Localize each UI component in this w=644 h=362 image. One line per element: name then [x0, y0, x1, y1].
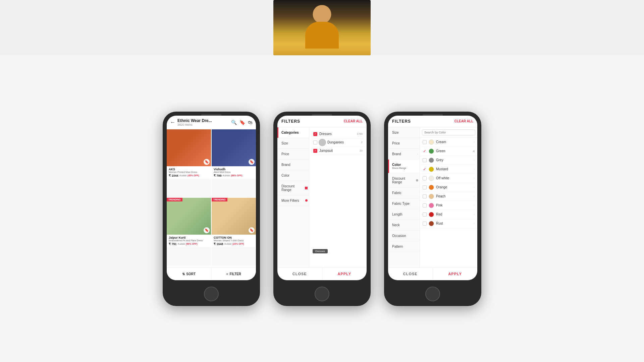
- apply-button-3[interactable]: APPLY: [433, 268, 478, 280]
- close-button-2[interactable]: CLOSE: [277, 268, 322, 280]
- product-card-1[interactable]: 🔖 AKS Women Printed Maxi Dress ₹ 1044 ₹ …: [167, 129, 211, 197]
- filter-button[interactable]: ≡ FILTER: [211, 268, 256, 280]
- checkbox-offwhite[interactable]: [423, 176, 427, 180]
- color-name-orange: Orange: [436, 185, 447, 189]
- desc-2: Aline Midi Dress: [214, 171, 254, 173]
- header-icons: 🔍 🔖 🛍: [231, 120, 253, 125]
- wishlist-btn-1[interactable]: 🔖: [204, 159, 210, 165]
- sort-label: SORT: [186, 272, 196, 276]
- color-option-offwhite[interactable]: Off white ›: [420, 174, 477, 183]
- color-option-mustard[interactable]: ✓ Mustard ›: [420, 165, 477, 174]
- color-search-input[interactable]: [422, 129, 475, 135]
- product-card-2[interactable]: 🔖 Vishudh Aline Midi Dress ₹ 799 ₹ 2499 …: [212, 129, 256, 197]
- count-green: 4: [473, 149, 475, 153]
- close-button-3[interactable]: CLOSE: [388, 268, 433, 280]
- back-button[interactable]: ←: [170, 119, 175, 125]
- webcam-feed: [273, 0, 371, 55]
- search-icon[interactable]: 🔍: [231, 120, 237, 125]
- sidebar-item-more-filters[interactable]: More Filters: [277, 195, 309, 206]
- filter-body-2: Categories Size Price Brand Color Discou…: [277, 127, 367, 267]
- checkbox-jumpsuit[interactable]: ✓: [313, 149, 317, 153]
- checkbox-mustard[interactable]: ✓: [423, 167, 427, 171]
- color-option-left-peach: Peach: [423, 194, 445, 199]
- checkbox-pink[interactable]: [423, 203, 427, 207]
- product-card-3[interactable]: TRENDING 🔖 Jaipur Kurti Embroidered Fit …: [167, 198, 211, 265]
- phone-2-screen: FILTERS CLEAR ALL Categories Size Price …: [277, 116, 367, 280]
- sidebar-item-brand[interactable]: Brand: [277, 160, 309, 170]
- filter-label: FILTER: [230, 272, 241, 276]
- wishlist-btn-2[interactable]: 🔖: [249, 159, 255, 165]
- sidebar-item-occasion-3[interactable]: Occasion: [388, 231, 420, 241]
- sidebar-item-discount[interactable]: Discount Range: [277, 181, 309, 195]
- listing-header: ← Ethnic Wear Dre... 3820 Items 🔍 🔖 🛍: [167, 116, 256, 129]
- cart-icon[interactable]: 🛍: [248, 120, 253, 125]
- sidebar-item-price-3[interactable]: Price: [388, 138, 420, 149]
- checkbox-rust[interactable]: [423, 222, 427, 226]
- filter-option-left-dresses: ✓ Dresses: [313, 132, 332, 136]
- product-info-3: Jaipur Kurti Embroidered Fit and Flare D…: [167, 235, 211, 247]
- arrow-peach: ›: [474, 195, 475, 198]
- sort-button[interactable]: ⇅ SORT: [167, 268, 211, 280]
- color-name-mustard: Mustard: [436, 167, 448, 171]
- sidebar-item-brand-3[interactable]: Brand ›: [388, 149, 420, 160]
- color-option-red[interactable]: Red ›: [420, 210, 477, 219]
- filter-footer-3: CLOSE APPLY: [388, 267, 477, 280]
- sidebar-item-size[interactable]: Size: [277, 138, 309, 149]
- trending-badge-4: TRENDING: [212, 198, 227, 201]
- sidebar-item-fabric-type-3[interactable]: Fabric Type: [388, 198, 420, 209]
- swatch-peach: [429, 194, 434, 199]
- apply-button-2[interactable]: APPLY: [322, 268, 367, 280]
- color-option-cream[interactable]: Cream ›: [420, 138, 477, 147]
- price-current-2: ₹ 799: [214, 174, 222, 177]
- arrow-red: ›: [474, 213, 475, 216]
- count-dresses: 1789: [357, 132, 363, 135]
- sidebar-item-color[interactable]: Color: [277, 170, 309, 181]
- color-filter-body: Size Price Brand › Color Disco Range Dis…: [388, 127, 477, 267]
- brand-3: Jaipur Kurti: [169, 236, 209, 239]
- product-card-4[interactable]: TRENDING 🔖 COTTON ON Women Striped T-shi…: [212, 198, 256, 265]
- filter-option-dresses[interactable]: ✓ Dresses 1789: [312, 130, 364, 138]
- checkbox-cream[interactable]: [423, 140, 427, 144]
- sidebar-item-discount-3[interactable]: Discount Range: [388, 173, 420, 188]
- swatch-cream: [429, 139, 434, 145]
- price-original-3: ₹ 1899: [178, 243, 185, 245]
- sidebar-item-pattern-3[interactable]: Pattern: [388, 241, 420, 252]
- brand-4: COTTON ON: [214, 236, 254, 239]
- scroll-bubble: [319, 139, 326, 146]
- phone-3-screen: FILTERS CLEAR ALL Size Price Brand › Col…: [388, 116, 477, 280]
- wishlist-btn-4[interactable]: 🔖: [249, 227, 255, 233]
- sidebar-item-neck-3[interactable]: Neck: [388, 220, 420, 231]
- clear-all-button-2[interactable]: CLEAR ALL: [344, 119, 363, 123]
- price-discount-1: (45% OFF): [187, 174, 199, 177]
- product-info-2: Vishudh Aline Midi Dress ₹ 799 ₹ 2499 (6…: [212, 166, 256, 179]
- checkbox-grey[interactable]: [423, 158, 427, 162]
- color-option-pink[interactable]: Pink ›: [420, 201, 477, 210]
- filter-option-jumpsuit[interactable]: ✓ Jumpsuit 20: [312, 147, 364, 155]
- color-option-rust[interactable]: Rust ›: [420, 219, 477, 228]
- arrow-offwhite: ›: [474, 177, 475, 180]
- clear-all-button-3[interactable]: CLEAR ALL: [454, 119, 473, 123]
- checkbox-dungarees[interactable]: [313, 140, 317, 144]
- checkbox-green[interactable]: ✓: [423, 149, 427, 153]
- checkbox-red[interactable]: [423, 213, 427, 217]
- sidebar-item-fabric-3[interactable]: Fabric: [388, 188, 420, 198]
- color-option-green[interactable]: ✓ Green 4: [420, 147, 477, 156]
- wishlist-icon[interactable]: 🔖: [239, 120, 245, 125]
- sidebar-item-color-3[interactable]: Color Disco Range: [388, 160, 420, 173]
- sidebar-item-categories[interactable]: Categories: [277, 127, 309, 138]
- price-current-3: ₹ 791: [169, 242, 177, 246]
- sidebar-item-length-3[interactable]: Length: [388, 209, 420, 220]
- sidebar-item-size-3[interactable]: Size: [388, 127, 420, 138]
- wishlist-btn-3[interactable]: 🔖: [204, 227, 210, 233]
- color-sidebar: Size Price Brand › Color Disco Range Dis…: [388, 127, 420, 267]
- color-option-orange[interactable]: Orange ›: [420, 183, 477, 192]
- listing-title: Ethnic Wear Dre...: [177, 118, 229, 123]
- checkbox-orange[interactable]: [423, 185, 427, 189]
- filter-option-dungarees[interactable]: Dungarees 2: [312, 138, 364, 147]
- sidebar-item-price[interactable]: Price: [277, 149, 309, 160]
- color-option-grey[interactable]: Grey ›: [420, 156, 477, 165]
- checkbox-peach[interactable]: [423, 194, 427, 198]
- color-option-peach[interactable]: Peach ›: [420, 192, 477, 201]
- filter-screen-2: FILTERS CLEAR ALL Categories Size Price …: [277, 116, 367, 280]
- checkbox-dresses[interactable]: ✓: [313, 132, 317, 136]
